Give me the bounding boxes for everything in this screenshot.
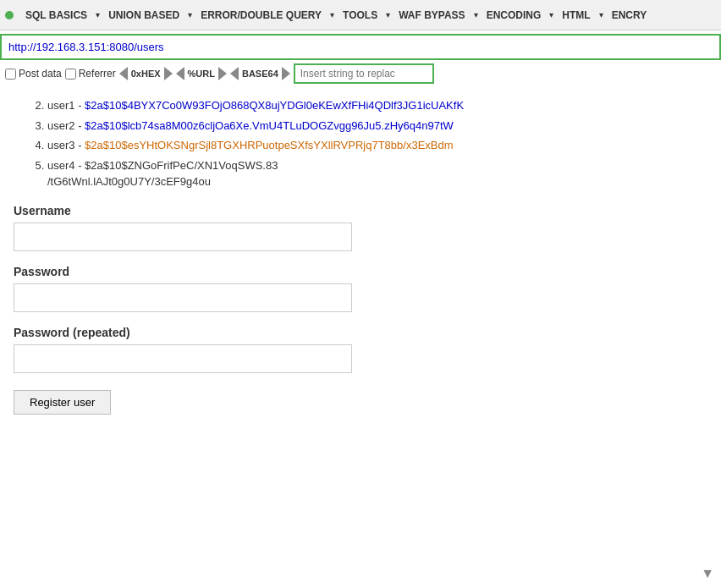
password-group: Password <box>14 265 707 312</box>
nav-tools-arrow: ▾ <box>386 10 390 19</box>
list-item: user1 - $2a$10$4BYX7Co0W93FOjO868QX8ujYD… <box>47 97 707 114</box>
result-username-2: user2 - <box>47 119 85 132</box>
result-username-1: user1 - <box>47 99 85 112</box>
nav-union-based-arrow: ▾ <box>188 10 192 19</box>
hex-label: 0xHEX <box>128 69 164 79</box>
nav-status-dot <box>5 11 14 19</box>
main-content: user1 - $2a$10$4BYX7Co0W93FOjO868QX8ujYD… <box>0 87 721 428</box>
nav-sql-basics[interactable]: SQL BASICS <box>19 6 94 25</box>
referrer-group: Referrer <box>65 68 116 80</box>
list-item: user2 - $2a$10$lcb74sa8M00z6cljOa6Xe.VmU… <box>47 118 707 135</box>
username-group: Username <box>14 204 707 251</box>
base64-arrow-left[interactable] <box>230 67 239 80</box>
nav-error-double-query[interactable]: ERROR/DOUBLE QUERY <box>194 6 328 25</box>
navbar: SQL BASICS ▾ UNION BASED ▾ ERROR/DOUBLE … <box>0 0 721 30</box>
referrer-checkbox[interactable] <box>65 69 76 80</box>
post-data-label: Post data <box>19 68 62 80</box>
toolbar: Post data Referrer 0xHEX %URL BASE64 <box>0 60 721 87</box>
nav-encoding[interactable]: ENCODING <box>480 6 548 25</box>
result-hash-3: $2a$10$esYHtOKSNgrSjl8TGXHRPuotpeSXfsYXl… <box>85 139 453 151</box>
result-username-4: user4 - $2a$10$ZNGoFrifPeC/XN1VoqSWS.83/… <box>47 159 278 189</box>
password-input[interactable] <box>14 283 352 312</box>
password-repeat-input[interactable] <box>14 344 352 373</box>
url-arrow-right[interactable] <box>218 67 227 80</box>
post-data-checkbox[interactable] <box>5 69 16 80</box>
url-label: %URL <box>184 69 218 79</box>
url-bar-container <box>0 34 721 60</box>
hex-encode-group: 0xHEX <box>119 67 173 80</box>
base64-label: BASE64 <box>239 69 282 79</box>
list-item: user4 - $2a$10$ZNGoFrifPeC/XN1VoqSWS.83/… <box>47 157 707 190</box>
insert-string-input[interactable] <box>294 63 434 84</box>
nav-html-arrow: ▾ <box>599 10 603 19</box>
list-item: user3 - $2a$10$esYHtOKSNgrSjl8TGXHRPuotp… <box>47 137 707 154</box>
hex-arrow-right[interactable] <box>164 67 173 80</box>
referrer-label: Referrer <box>79 68 116 80</box>
username-label: Username <box>14 204 707 217</box>
url-arrow-left[interactable] <box>176 67 184 80</box>
nav-encoding-arrow: ▾ <box>549 10 553 19</box>
nav-html[interactable]: HTML <box>555 6 597 25</box>
base64-arrow-right[interactable] <box>282 67 290 80</box>
password-repeat-label: Password (repeated) <box>14 326 707 339</box>
post-data-group: Post data <box>5 68 62 80</box>
nav-waf-bypass[interactable]: WAF BYPASS <box>392 6 471 25</box>
result-hash-1: $2a$10$4BYX7Co0W93FOjO868QX8ujYDGl0eKEwX… <box>85 99 464 112</box>
password-label: Password <box>14 265 707 278</box>
hex-arrow-left[interactable] <box>119 67 128 80</box>
url-bar-input[interactable] <box>2 36 719 58</box>
username-input[interactable] <box>14 223 352 251</box>
nav-tools[interactable]: TOOLS <box>336 6 384 25</box>
base64-encode-group: BASE64 <box>230 67 290 80</box>
nav-sql-basics-arrow: ▾ <box>96 10 100 19</box>
url-encode-group: %URL <box>176 67 227 80</box>
result-hash-2: $2a$10$lcb74sa8M00z6cljOa6Xe.VmU4TLuDOGZ… <box>85 119 454 132</box>
result-username-3: user3 - <box>47 139 85 151</box>
nav-union-based[interactable]: UNION BASED <box>102 6 186 25</box>
nav-waf-bypass-arrow: ▾ <box>474 10 478 19</box>
results-list: user1 - $2a$10$4BYX7Co0W93FOjO868QX8ujYD… <box>14 97 707 190</box>
nav-encry[interactable]: ENCRY <box>605 6 654 25</box>
nav-error-double-query-arrow: ▾ <box>330 10 334 19</box>
register-button[interactable]: Register user <box>14 390 111 415</box>
password-repeat-group: Password (repeated) <box>14 326 707 373</box>
